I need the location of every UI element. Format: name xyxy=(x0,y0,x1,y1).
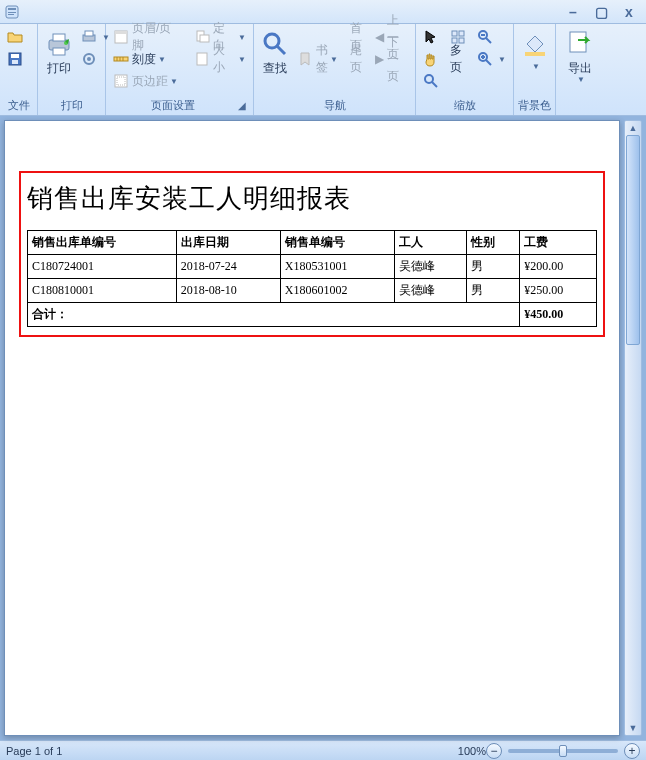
hand-icon xyxy=(423,51,439,67)
chevron-down-icon: ▼ xyxy=(532,62,540,71)
total-amount: ¥450.00 xyxy=(520,303,597,327)
table-cell: 2018-07-24 xyxy=(176,255,280,279)
svg-line-27 xyxy=(277,46,285,54)
table-cell: C180724001 xyxy=(28,255,177,279)
table-cell: 男 xyxy=(467,255,520,279)
margin-icon xyxy=(113,73,129,89)
svg-rect-30 xyxy=(452,31,457,36)
bgcolor-button[interactable]: ▼ xyxy=(517,26,553,94)
svg-rect-41 xyxy=(525,52,545,56)
table-cell: 2018-08-10 xyxy=(176,279,280,303)
many-pages-label-button[interactable]: 多页 xyxy=(446,48,473,70)
chevron-down-icon: ▼ xyxy=(238,55,246,64)
group-page-setup: 页眉/页脚 刻度▼ 页边距▼ 定向▼ 大小▼ 页面设置◢ xyxy=(106,24,254,115)
group-bgcolor-label: 背景色 xyxy=(517,97,552,115)
save-icon xyxy=(7,51,23,67)
orientation-icon xyxy=(194,29,210,45)
workspace: 销售出库安装工人明细报表 销售出库单编号出库日期销售单编号工人性别工费 C180… xyxy=(0,116,646,740)
zoom-out-button[interactable] xyxy=(473,26,510,48)
dialog-launcher-icon[interactable]: ◢ xyxy=(236,100,248,112)
export-button[interactable]: 导出 ▼ xyxy=(559,26,601,94)
table-cell: C180810001 xyxy=(28,279,177,303)
svg-line-29 xyxy=(432,82,437,87)
export-icon xyxy=(564,28,596,60)
header-footer-button: 页眉/页脚 xyxy=(109,26,186,48)
zoom-slider-knob[interactable] xyxy=(559,745,567,757)
svg-rect-17 xyxy=(114,57,128,61)
chevron-down-icon: ▼ xyxy=(498,55,506,64)
printer-icon xyxy=(43,28,75,60)
minimize-button[interactable]: – xyxy=(560,4,586,20)
group-bgcolor: ▼ 背景色 xyxy=(514,24,556,115)
find-label: 查找 xyxy=(263,62,287,75)
report-frame: 销售出库安装工人明细报表 销售出库单编号出库日期销售单编号工人性别工费 C180… xyxy=(19,171,605,337)
zoom-minus-button[interactable]: − xyxy=(486,743,502,759)
group-print: 打印 ▼ 打印 xyxy=(38,24,106,115)
print-label: 打印 xyxy=(47,62,71,75)
table-row: C1807240012018-07-24X180531001吴德峰男¥200.0… xyxy=(28,255,597,279)
table-header: 性别 xyxy=(467,231,520,255)
magnifier-icon xyxy=(423,73,439,89)
group-zoom: 多页 ▼ 缩放 xyxy=(416,24,514,115)
zoom-percent: 100% xyxy=(458,745,486,757)
scroll-up-arrow[interactable]: ▲ xyxy=(625,121,641,135)
group-nav-label: 导航 xyxy=(257,97,412,115)
next-page-button: ▶下一页 xyxy=(371,48,412,70)
close-button[interactable]: x xyxy=(616,4,642,20)
arrow-left-icon: ◀ xyxy=(375,29,384,45)
last-page-button: 尾页 xyxy=(346,48,367,70)
table-cell: 吴德峰 xyxy=(395,255,467,279)
bookmark-icon xyxy=(297,51,313,67)
save-button[interactable] xyxy=(3,48,30,70)
chevron-down-icon: ▼ xyxy=(158,55,166,64)
group-zoom-label: 缩放 xyxy=(419,97,510,115)
group-print-label: 打印 xyxy=(41,97,102,115)
open-button[interactable] xyxy=(3,26,30,48)
app-icon xyxy=(4,4,20,20)
scroll-down-arrow[interactable]: ▼ xyxy=(625,721,641,735)
svg-rect-6 xyxy=(12,60,18,64)
header-footer-icon xyxy=(113,29,129,45)
folder-open-icon xyxy=(7,29,23,45)
svg-rect-42 xyxy=(570,32,586,52)
table-header: 销售单编号 xyxy=(280,231,395,255)
quick-print-icon xyxy=(81,29,97,45)
group-page-setup-label: 页面设置◢ xyxy=(109,97,250,115)
svg-line-36 xyxy=(486,38,491,43)
table-header: 销售出库单编号 xyxy=(28,231,177,255)
scroll-thumb[interactable] xyxy=(626,135,640,345)
report-title: 销售出库安装工人明细报表 xyxy=(27,181,597,216)
print-button[interactable]: 打印 xyxy=(41,26,77,94)
margin-button: 页边距▼ xyxy=(109,70,186,92)
svg-rect-1 xyxy=(8,8,16,10)
svg-rect-8 xyxy=(53,34,65,41)
chevron-down-icon: ▼ xyxy=(330,55,338,64)
zoom-in-button[interactable]: ▼ xyxy=(473,48,510,70)
title-bar: – ▢ x xyxy=(0,0,646,24)
group-navigation: 查找 书签▼ 首页 尾页 ◀上一页 ▶下一页 导航 xyxy=(254,24,416,115)
find-button[interactable]: 查找 xyxy=(257,26,293,94)
table-cell: ¥200.00 xyxy=(520,255,597,279)
fill-color-icon xyxy=(519,28,551,60)
report-table: 销售出库单编号出库日期销售单编号工人性别工费 C1807240012018-07… xyxy=(27,230,597,327)
group-file: 文件 xyxy=(0,24,38,115)
svg-rect-16 xyxy=(115,31,127,34)
table-header: 出库日期 xyxy=(176,231,280,255)
table-header: 工费 xyxy=(520,231,597,255)
hand-button[interactable] xyxy=(419,48,446,70)
vertical-scrollbar[interactable]: ▲ ▼ xyxy=(624,120,642,736)
chevron-down-icon: ▼ xyxy=(238,33,246,42)
svg-rect-12 xyxy=(85,31,93,36)
table-row: C1808100012018-08-10X180601002吴德峰男¥250.0… xyxy=(28,279,597,303)
maximize-button[interactable]: ▢ xyxy=(588,4,614,20)
group-file-label: 文件 xyxy=(3,97,34,115)
magnifier-button[interactable] xyxy=(419,70,446,92)
ruler-button[interactable]: 刻度▼ xyxy=(109,48,186,70)
pointer-button[interactable] xyxy=(419,26,446,48)
table-header: 工人 xyxy=(395,231,467,255)
zoom-plus-button[interactable]: + xyxy=(624,743,640,759)
svg-point-26 xyxy=(265,34,279,48)
page-indicator: Page 1 of 1 xyxy=(6,745,62,757)
zoom-slider[interactable] xyxy=(508,749,618,753)
chevron-down-icon: ▼ xyxy=(170,77,178,86)
